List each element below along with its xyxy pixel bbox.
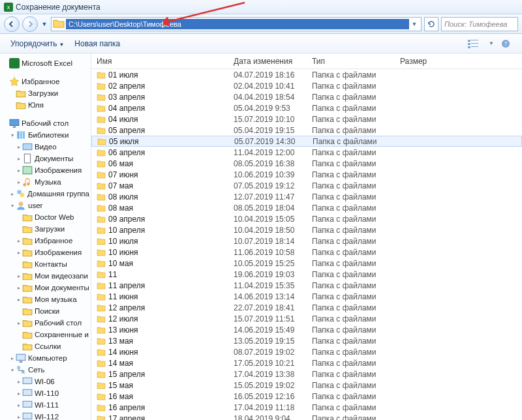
- file-row[interactable]: 06 апреля11.04.2019 12:00Папка с файлами: [91, 147, 522, 158]
- file-row[interactable]: 06 мая08.05.2019 16:38Папка с файлами: [91, 158, 522, 169]
- sidebar-item-music[interactable]: ▸Музыка: [3, 176, 89, 188]
- back-button[interactable]: [4, 16, 20, 32]
- sidebar-item-libraries[interactable]: ▾Библиотеки: [3, 129, 89, 141]
- sidebar-item-favorites2[interactable]: ▸Избранное: [3, 235, 89, 247]
- file-row[interactable]: 05 апреля05.04.2019 19:15Папка с файлами: [91, 125, 522, 136]
- sidebar-item-mydocs[interactable]: ▸Мои документы: [3, 282, 89, 293]
- file-row[interactable]: 07 июня10.06.2019 10:39Папка с файлами: [91, 169, 522, 180]
- sidebar-item-yulia[interactable]: Юля: [3, 99, 89, 111]
- history-dropdown[interactable]: ▼: [40, 21, 48, 27]
- file-row[interactable]: 16 мая16.05.2019 12:16Папка с файлами: [91, 391, 522, 402]
- sidebar-item-wi111[interactable]: ▸WI-111: [3, 399, 89, 411]
- file-row[interactable]: 07 мая07.05.2019 19:12Папка с файлами: [91, 180, 522, 191]
- sidebar-item-wi110[interactable]: ▸WI-110: [3, 387, 89, 399]
- sidebar-tree[interactable]: Microsoft Excel Избранное Загрузки Юля Р…: [0, 53, 91, 420]
- file-row[interactable]: 09 апреля10.04.2019 15:05Папка с файлами: [91, 213, 522, 224]
- file-name: 11: [108, 270, 117, 279]
- column-date[interactable]: Дата изменения: [228, 57, 307, 66]
- address-bar[interactable]: C:\Users\user\Desktop\Тимофеева ▼: [51, 17, 422, 31]
- file-date: 16.05.2019 12:16: [228, 392, 307, 401]
- file-row[interactable]: 01 июля04.07.2019 18:16Папка с файлами: [91, 69, 522, 80]
- file-row[interactable]: 11 апреля11.04.2019 15:35Папка с файлами: [91, 280, 522, 291]
- file-date: 11.06.2019 10:58: [228, 248, 307, 257]
- file-row[interactable]: 10 апреля10.04.2019 18:50Папка с файлами: [91, 224, 522, 235]
- address-dropdown[interactable]: ▼: [409, 21, 420, 27]
- sidebar-item-wi112[interactable]: ▸WI-112: [3, 411, 89, 420]
- file-row[interactable]: 02 апреля02.04.2019 10:41Папка с файлами: [91, 80, 522, 91]
- svg-rect-29: [23, 401, 32, 407]
- sidebar-item-desktop[interactable]: Рабочий стол: [3, 117, 89, 129]
- sidebar-item-wi06[interactable]: ▸WI-06: [3, 376, 89, 387]
- sidebar-item-downloads2[interactable]: Загрузки: [3, 223, 89, 235]
- file-name: 10 июня: [108, 248, 138, 257]
- file-row[interactable]: 15 мая15.05.2019 19:02Папка с файлами: [91, 380, 522, 391]
- folder-icon: [97, 226, 106, 234]
- folder-icon: [97, 237, 106, 245]
- file-row[interactable]: 08 мая08.05.2019 18:04Папка с файлами: [91, 202, 522, 213]
- folder-icon: [97, 104, 106, 112]
- sidebar-item-documents[interactable]: ▸Документы: [3, 153, 89, 164]
- search-input[interactable]: Поиск: Тимофеева: [441, 17, 518, 31]
- file-type: Папка с файлами: [307, 292, 395, 301]
- svg-rect-6: [471, 43, 478, 44]
- file-row[interactable]: 03 апреля04.04.2019 18:54Папка с файлами: [91, 91, 522, 102]
- file-row[interactable]: 10 июля10.07.2019 18:14Папка с файлами: [91, 235, 522, 247]
- file-row[interactable]: 04 июля15.07.2019 10:10Папка с файлами: [91, 113, 522, 125]
- column-type[interactable]: Тип: [307, 57, 395, 66]
- file-row[interactable]: 13 мая13.05.2019 19:15Папка с файлами: [91, 335, 522, 346]
- sidebar-item-doctorweb[interactable]: Doctor Web: [3, 211, 89, 223]
- sidebar-item-desktop2[interactable]: ▸Рабочий стол: [3, 317, 89, 329]
- column-headers[interactable]: Имя Дата изменения Тип Размер: [91, 53, 522, 69]
- sidebar-item-computer[interactable]: ▸Компьютер: [3, 352, 89, 364]
- file-row[interactable]: 13 июня14.06.2019 15:49Папка с файлами: [91, 324, 522, 335]
- sidebar-item-downloads[interactable]: Загрузки: [3, 87, 89, 99]
- file-name: 12 апреля: [108, 303, 145, 312]
- sidebar-item-favorites[interactable]: Избранное: [3, 76, 89, 87]
- sidebar-item-saved[interactable]: Сохраненные и: [3, 329, 89, 340]
- file-list[interactable]: 01 июля04.07.2019 18:16Папка с файлами02…: [91, 69, 522, 420]
- new-folder-button[interactable]: Новая папка: [70, 37, 124, 50]
- file-row[interactable]: 14 июня08.07.2019 19:02Папка с файлами: [91, 346, 522, 357]
- file-row[interactable]: 12 июля15.07.2019 11:51Папка с файлами: [91, 313, 522, 324]
- file-date: 08.05.2019 18:04: [228, 203, 307, 213]
- file-row[interactable]: 05 июля05.07.2019 14:30Папка с файлами: [91, 136, 522, 147]
- file-row[interactable]: 08 июля12.07.2019 11:47Папка с файлами: [91, 191, 522, 202]
- help-icon: ?: [501, 39, 510, 48]
- sidebar-item-video[interactable]: ▸Видео: [3, 141, 89, 153]
- file-name: 15 мая: [108, 381, 133, 390]
- organize-button[interactable]: Упорядочить▼: [7, 37, 68, 50]
- sidebar-item-contacts[interactable]: Контакты: [3, 258, 89, 270]
- address-path[interactable]: C:\Users\user\Desktop\Тимофеева: [66, 19, 409, 29]
- sidebar-item-pictures2[interactable]: ▸Изображения: [3, 247, 89, 258]
- sidebar-item-mymusic[interactable]: ▸Моя музыка: [3, 293, 89, 305]
- sidebar-item-excel[interactable]: Microsoft Excel: [3, 57, 89, 69]
- file-row[interactable]: 12 апреля22.07.2019 18:41Папка с файлами: [91, 302, 522, 313]
- file-row[interactable]: 15 апреля17.04.2019 13:38Папка с файлами: [91, 368, 522, 380]
- file-row[interactable]: 04 апреля05.04.2019 9:53Папка с файлами: [91, 102, 522, 113]
- file-row[interactable]: 10 мая10.05.2019 15:25Папка с файлами: [91, 258, 522, 269]
- sidebar-item-searches[interactable]: Поиски: [3, 305, 89, 317]
- file-name: 13 июня: [108, 325, 138, 335]
- file-row[interactable]: 17 апреля18.04.2019 9:04Папка с файлами: [91, 413, 522, 420]
- file-row[interactable]: 1119.06.2019 19:03Папка с файлами: [91, 269, 522, 280]
- file-row[interactable]: 10 июня11.06.2019 10:58Папка с файлами: [91, 247, 522, 258]
- view-mode-button[interactable]: [467, 39, 482, 48]
- sidebar-item-network[interactable]: ▾Сеть: [3, 364, 89, 376]
- help-button[interactable]: ?: [501, 39, 515, 48]
- file-row[interactable]: 16 апреля17.04.2019 11:18Папка с файлами: [91, 402, 522, 413]
- sidebar-item-user[interactable]: ▾user: [3, 200, 89, 211]
- excel-app-icon: x: [4, 3, 13, 12]
- file-name: 08 июля: [108, 192, 138, 202]
- sidebar-item-pictures[interactable]: ▸Изображения: [3, 164, 89, 176]
- view-dropdown[interactable]: ▼: [484, 40, 499, 46]
- sidebar-item-myvideo[interactable]: ▸Мои видеозапи: [3, 270, 89, 282]
- file-row[interactable]: 11 июня14.06.2019 13:14Папка с файлами: [91, 291, 522, 302]
- column-name[interactable]: Имя: [91, 57, 228, 66]
- forward-button[interactable]: [22, 16, 38, 32]
- sidebar-item-links[interactable]: Ссылки: [3, 340, 89, 352]
- folder-icon: [97, 271, 106, 278]
- column-size[interactable]: Размер: [395, 57, 447, 66]
- sidebar-item-homegroup[interactable]: ▸Домашняя группа: [3, 188, 89, 200]
- file-row[interactable]: 14 мая17.05.2019 10:21Папка с файлами: [91, 357, 522, 368]
- refresh-button[interactable]: [424, 17, 438, 31]
